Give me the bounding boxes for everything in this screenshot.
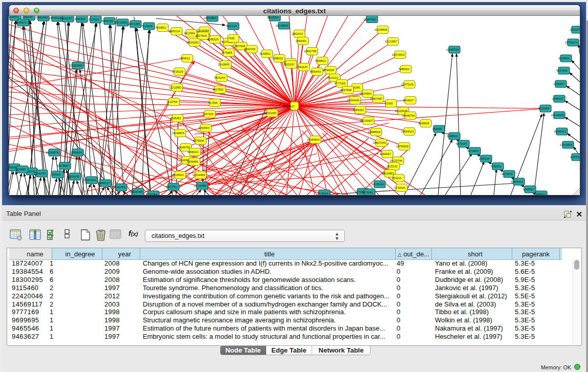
svg-text:10543392: 10543392 xyxy=(186,41,199,44)
svg-text:12342757: 12342757 xyxy=(34,172,46,175)
svg-text:8813054: 8813054 xyxy=(267,16,278,19)
svg-text:1292344: 1292344 xyxy=(146,193,157,195)
svg-text:1621022: 1621022 xyxy=(327,76,338,79)
svg-text:18807249: 18807249 xyxy=(373,141,385,144)
svg-text:15692971: 15692971 xyxy=(554,130,566,133)
svg-text:1187533: 1187533 xyxy=(570,156,580,159)
svg-text:164095: 164095 xyxy=(432,127,442,130)
svg-text:9327509: 9327509 xyxy=(195,34,206,37)
svg-text:17957223: 17957223 xyxy=(83,179,96,182)
svg-text:1413614: 1413614 xyxy=(317,192,328,195)
svg-text:11716485: 11716485 xyxy=(194,184,206,187)
svg-text:417006: 417006 xyxy=(208,101,217,104)
svg-text:12923448: 12923448 xyxy=(130,190,142,193)
svg-text:7625402: 7625402 xyxy=(172,173,183,177)
svg-text:8322037: 8322037 xyxy=(284,63,294,66)
svg-text:10688609: 10688609 xyxy=(368,130,380,134)
svg-text:7663822: 7663822 xyxy=(155,26,166,29)
svg-text:20691406: 20691406 xyxy=(35,16,48,19)
svg-text:2009140: 2009140 xyxy=(21,16,32,18)
svg-text:12213382: 12213382 xyxy=(169,86,181,89)
svg-text:7986322: 7986322 xyxy=(353,108,363,112)
svg-text:9245652: 9245652 xyxy=(534,193,545,195)
svg-text:17359924: 17359924 xyxy=(70,151,82,154)
svg-text:6497568: 6497568 xyxy=(340,89,351,92)
svg-text:12505195: 12505195 xyxy=(67,175,79,178)
svg-text:1527602: 1527602 xyxy=(88,18,99,21)
svg-text:16914489: 16914489 xyxy=(192,173,205,177)
svg-text:1115682: 1115682 xyxy=(15,168,26,171)
svg-text:18724007: 18724007 xyxy=(282,105,294,108)
svg-text:8454749: 8454749 xyxy=(244,48,255,51)
svg-text:9463627: 9463627 xyxy=(403,99,413,102)
svg-text:10807487: 10807487 xyxy=(370,97,382,100)
svg-text:19384554: 19384554 xyxy=(307,138,319,141)
svg-text:16782759: 16782759 xyxy=(113,186,125,189)
svg-text:62160: 62160 xyxy=(385,102,393,105)
svg-text:9329966: 9329966 xyxy=(558,57,569,60)
svg-text:20053346: 20053346 xyxy=(70,64,82,67)
svg-text:10648784: 10648784 xyxy=(446,48,459,51)
svg-text:10719185: 10719185 xyxy=(115,21,127,24)
svg-text:3215958: 3215958 xyxy=(538,107,549,110)
svg-text:16210643: 16210643 xyxy=(551,114,563,117)
svg-text:7803144: 7803144 xyxy=(214,76,225,79)
svg-text:10654112: 10654112 xyxy=(511,180,523,183)
svg-text:13524851: 13524851 xyxy=(382,172,394,175)
svg-text:1353594: 1353594 xyxy=(198,126,209,129)
svg-text:9699695: 9699695 xyxy=(418,122,429,125)
svg-text:20364436: 20364436 xyxy=(347,99,359,102)
svg-text:1615132: 1615132 xyxy=(386,165,397,168)
svg-text:6879197: 6879197 xyxy=(456,142,467,145)
svg-text:12213967: 12213967 xyxy=(385,40,397,43)
svg-text:15720407: 15720407 xyxy=(360,119,373,122)
svg-text:16053809: 16053809 xyxy=(204,16,216,19)
svg-text:14136141: 14136141 xyxy=(372,183,384,186)
svg-text:3875685: 3875685 xyxy=(221,51,232,54)
svg-text:7857224: 7857224 xyxy=(226,25,236,28)
svg-text:2967608: 2967608 xyxy=(234,45,245,48)
svg-text:8990443: 8990443 xyxy=(310,70,320,73)
svg-text:1862419: 1862419 xyxy=(292,32,302,35)
svg-text:1588520: 1588520 xyxy=(272,57,282,60)
svg-text:10671355: 10671355 xyxy=(127,23,140,26)
svg-text:8466160: 8466160 xyxy=(102,19,113,23)
svg-text:8186328: 8186328 xyxy=(207,38,218,41)
svg-text:10973403: 10973403 xyxy=(392,53,404,56)
svg-text:10154808: 10154808 xyxy=(375,28,387,31)
svg-text:252214: 252214 xyxy=(392,177,401,180)
svg-text:1965491: 1965491 xyxy=(170,117,181,120)
svg-text:7955812: 7955812 xyxy=(315,59,325,62)
svg-text:19975857: 19975857 xyxy=(57,164,69,167)
svg-text:19756928: 19756928 xyxy=(396,145,408,148)
svg-text:20387682: 20387682 xyxy=(364,18,376,21)
svg-text:989012: 989012 xyxy=(181,57,190,60)
svg-text:7485063: 7485063 xyxy=(398,68,409,71)
svg-text:8471676: 8471676 xyxy=(502,172,512,176)
svg-text:7546: 7546 xyxy=(228,37,234,40)
svg-text:20206576: 20206576 xyxy=(46,151,58,154)
svg-text:1864091: 1864091 xyxy=(295,39,306,42)
svg-text:8660124: 8660124 xyxy=(169,30,180,33)
svg-text:1209387: 1209387 xyxy=(553,82,564,85)
svg-text:3912954: 3912954 xyxy=(184,32,194,35)
svg-text:9084067: 9084067 xyxy=(380,152,390,156)
svg-text:19166825: 19166825 xyxy=(172,132,184,135)
svg-text:1733426: 1733426 xyxy=(394,186,405,189)
svg-text:1405572: 1405572 xyxy=(9,16,19,18)
svg-text:6938913: 6938913 xyxy=(447,135,458,138)
svg-text:19218506: 19218506 xyxy=(276,24,288,27)
svg-text:9245652: 9245652 xyxy=(522,188,533,191)
svg-text:9657791: 9657791 xyxy=(166,185,177,188)
svg-text:9474444: 9474444 xyxy=(467,149,478,152)
svg-text:1610755: 1610755 xyxy=(166,100,177,103)
svg-text:19654923: 19654923 xyxy=(401,130,413,133)
svg-text:15751074: 15751074 xyxy=(565,41,577,44)
svg-text:13495794: 13495794 xyxy=(402,114,415,117)
svg-text:1362615: 1362615 xyxy=(296,65,307,69)
svg-text:12975115: 12975115 xyxy=(401,83,413,86)
svg-text:1065326: 1065326 xyxy=(74,17,85,20)
svg-text:2242845: 2242845 xyxy=(218,63,229,66)
svg-text:8427552: 8427552 xyxy=(212,88,223,91)
svg-text:9227343: 9227343 xyxy=(556,69,567,72)
